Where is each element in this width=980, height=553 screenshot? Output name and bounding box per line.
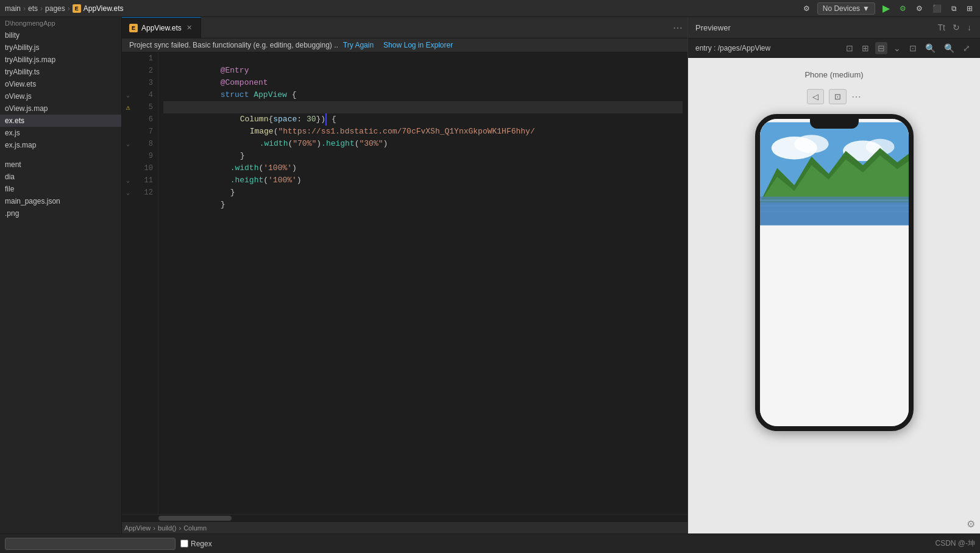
breadcrumb-pages[interactable]: pages (45, 4, 65, 13)
tab-menu-button[interactable]: ⋯ (668, 22, 687, 34)
code-line-7: .width("70%").height("30%") (163, 126, 683, 138)
font-size-icon-btn[interactable]: Tt (937, 21, 946, 34)
preview-header: Previewer Tt ↻ ↓ (688, 17, 980, 38)
phone-label: Phone (medium) (804, 70, 863, 79)
code-line-5: Column{space: 30}) { (163, 101, 683, 113)
editor-breadcrumb: AppView › build() › Column (124, 524, 207, 532)
sidebar-item-1[interactable]: tryAbility.js (0, 41, 121, 54)
regex-label[interactable]: Regex (180, 540, 212, 548)
window-button[interactable]: ⧉ (949, 3, 959, 14)
more-button[interactable]: ⊞ (964, 3, 975, 14)
try-again-link[interactable]: Try Again (343, 41, 374, 49)
rotate-btn[interactable]: ⊡ (829, 89, 847, 104)
chevron-down-icon: ▼ (862, 4, 870, 13)
fold-icon-12[interactable]: ⌄ (126, 189, 130, 196)
settings-button[interactable]: ⚙ (801, 3, 812, 14)
sidebar-item-13[interactable]: main_pages.json (0, 195, 121, 207)
sidebar-item-8[interactable]: ex.js (0, 127, 121, 139)
phone-frame (755, 114, 914, 431)
breadcrumb-appview[interactable]: AppView (124, 524, 151, 532)
sidebar: D\hongmengApp bility tryAbility.js tryAb… (0, 17, 122, 533)
tab-close-button[interactable]: ✕ (185, 23, 193, 32)
code-line-1: @Entry (163, 52, 683, 65)
main-layout: D\hongmengApp bility tryAbility.js tryAb… (0, 17, 980, 533)
sidebar-item-9[interactable]: ex.js.map (0, 139, 121, 151)
run-button[interactable]: ▶ (880, 1, 892, 15)
code-editor[interactable]: ⌄ ⚠ ⌄ ⌄ ⌄ (122, 52, 687, 514)
resize-btn[interactable]: ⊡ (907, 42, 919, 54)
svg-point-2 (794, 135, 828, 153)
devices-dropdown[interactable]: No Devices ▼ (817, 2, 875, 15)
view-mode-single-btn[interactable]: ⊡ (843, 42, 856, 54)
sidebar-item-14[interactable]: .png (0, 207, 121, 219)
svg-rect-9 (760, 205, 909, 207)
view-mode-layers-btn[interactable]: ⊞ (859, 42, 872, 54)
sidebar-item-6[interactable]: oView.js.map (0, 102, 121, 115)
show-log-link[interactable]: Show Log in Explorer (383, 41, 453, 49)
fold-icon-4[interactable]: ⌄ (126, 91, 130, 99)
tab-appview[interactable]: E AppView.ets ✕ (122, 17, 201, 38)
sidebar-item-3[interactable]: tryAbility.ts (0, 66, 121, 78)
bottom-bar: Regex CSDN @-坤 (0, 533, 980, 553)
breadcrumb-build[interactable]: build() (158, 524, 177, 532)
entry-icons: ⊡ ⊞ ⊟ ⌄ ⊡ 🔍 🔍 ⤢ (843, 42, 973, 54)
code-line-11: } (163, 174, 683, 187)
view-mode-grid-btn[interactable]: ⊟ (875, 42, 887, 54)
refresh-icon-btn[interactable]: ↻ (951, 21, 961, 34)
code-line-3: struct AppView { ✓ (163, 77, 683, 89)
warning-icon-5: ⚠ (126, 103, 130, 112)
tab-file-icon: E (129, 24, 138, 32)
no-devices-label: No Devices (823, 4, 860, 13)
sidebar-item-5[interactable]: oView.js (0, 90, 121, 102)
back-btn[interactable]: ◁ (807, 89, 824, 104)
breadcrumb-main[interactable]: main (5, 4, 21, 13)
horizontal-scrollbar[interactable] (122, 514, 687, 521)
code-lines[interactable]: @Entry @Component struct AppView { ✓ bui… (158, 52, 687, 514)
profile-button[interactable]: ⚙ (914, 3, 925, 14)
svg-rect-10 (760, 211, 909, 212)
sidebar-item-11[interactable]: dia (0, 171, 121, 183)
regex-checkbox[interactable] (180, 540, 188, 548)
fold-icon-11[interactable]: ⌄ (126, 177, 130, 184)
sidebar-item-7[interactable]: ex.ets (0, 115, 121, 127)
scroll-thumb[interactable] (158, 516, 232, 521)
breadcrumb-ets[interactable]: ets (28, 4, 38, 13)
tab-label: AppView.ets (141, 24, 182, 32)
notification-bar: Project sync failed. Basic functionality… (122, 38, 687, 52)
breadcrumb: main › ets › pages › E AppView.ets (5, 4, 124, 13)
phone-notch (810, 119, 859, 129)
code-line-6: Image("https://ss1.bdstatic.com/70cFvXSh… (163, 113, 683, 126)
breadcrumb-column[interactable]: Column (183, 524, 207, 532)
sidebar-item-4[interactable]: oView.ets (0, 78, 121, 90)
fullscreen-btn[interactable]: ⤢ (960, 42, 973, 54)
sidebar-item-12[interactable]: file (0, 183, 121, 195)
download-icon-btn[interactable]: ↓ (966, 21, 973, 34)
code-line-12: } (163, 187, 683, 199)
sidebar-root-path: D\hongmengApp (0, 17, 121, 29)
stop-button[interactable]: ⬛ (930, 3, 944, 14)
phone-screen (760, 119, 909, 426)
phone-preview-container: Phone (medium) ◁ ⊡ ⋯ (688, 58, 980, 509)
preview-panel: Previewer Tt ↻ ↓ entry : /pages/AppView … (687, 17, 980, 533)
phone-image (760, 119, 909, 229)
top-bar: main › ets › pages › E AppView.ets ⚙ No … (0, 0, 980, 17)
editor-footer: AppView › build() › Column (122, 521, 687, 533)
top-bar-actions: ⚙ No Devices ▼ ▶ ⚙ ⚙ ⬛ ⧉ ⊞ (801, 1, 975, 15)
settings-gear-icon[interactable]: ⚙ (964, 517, 978, 531)
sidebar-item-0[interactable]: bility (0, 29, 121, 41)
editor-gutter: ⌄ ⚠ ⌄ ⌄ ⌄ (122, 52, 134, 514)
zoom-out-btn[interactable]: 🔍 (923, 42, 938, 54)
entry-bar: entry : /pages/AppView ⊡ ⊞ ⊟ ⌄ ⊡ 🔍 🔍 ⤢ (688, 38, 980, 58)
phone-controls: ◁ ⊡ ⋯ (807, 89, 861, 104)
view-mode-chevron-btn[interactable]: ⌄ (891, 42, 903, 54)
zoom-in-btn[interactable]: 🔍 (942, 42, 957, 54)
code-line-9: .width('100%') (163, 150, 683, 162)
sidebar-item-10[interactable]: ment (0, 159, 121, 171)
breadcrumb-file[interactable]: AppView.ets (83, 4, 124, 13)
debug-button[interactable]: ⚙ (897, 3, 909, 14)
preview-title: Previewer (695, 23, 731, 32)
more-options-icon[interactable]: ⋯ (851, 91, 861, 102)
sidebar-item-2[interactable]: tryAbility.js.map (0, 54, 121, 66)
fold-icon-8[interactable]: ⌄ (126, 140, 130, 148)
search-input[interactable] (5, 538, 176, 550)
